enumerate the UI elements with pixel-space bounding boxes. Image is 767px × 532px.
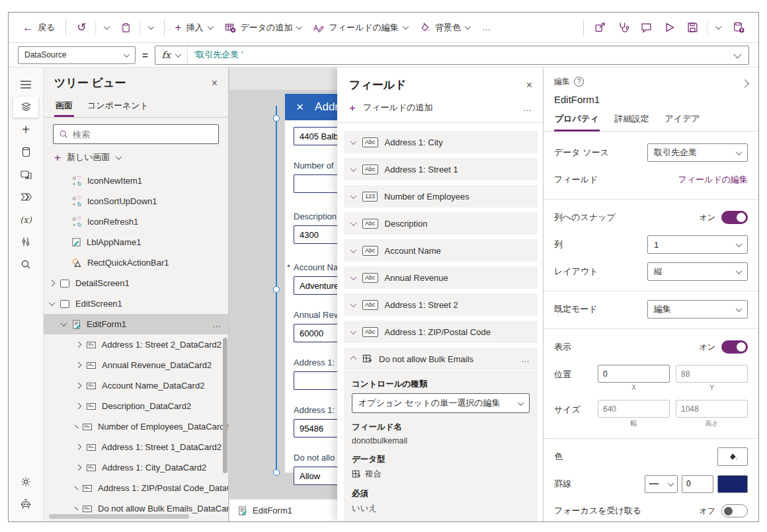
expand-panel-button[interactable] bbox=[742, 76, 748, 89]
tab-components[interactable]: コンポーネント bbox=[86, 97, 150, 117]
field-row[interactable]: Abc Address 1: Street 1 bbox=[344, 158, 538, 180]
control-type-dropdown[interactable]: オプション セットの単一選択の編集 bbox=[352, 393, 530, 413]
chevron-right-icon[interactable] bbox=[75, 486, 79, 490]
horizontal-scrollbar[interactable] bbox=[49, 514, 189, 519]
undo-menu-button[interactable] bbox=[100, 22, 114, 33]
paste-menu-button[interactable] bbox=[144, 22, 158, 33]
edit-fields-button[interactable]: A フィールドの編集 bbox=[309, 19, 413, 37]
tree-view-icon[interactable] bbox=[13, 96, 38, 118]
field-overflow-icon[interactable]: … bbox=[521, 354, 530, 364]
virtual-agent-icon[interactable] bbox=[13, 494, 38, 515]
fx-selector[interactable]: fx bbox=[155, 46, 188, 64]
layout-dropdown[interactable]: 縦 bbox=[647, 262, 748, 281]
hamburger-menu-icon[interactable] bbox=[13, 74, 38, 95]
media-icon[interactable] bbox=[13, 164, 38, 185]
preview-button[interactable] bbox=[659, 19, 680, 36]
chevron-up-icon[interactable] bbox=[350, 356, 357, 362]
item-overflow-icon[interactable]: … bbox=[212, 319, 222, 329]
chevron-down-icon[interactable] bbox=[350, 192, 357, 199]
tree-item[interactable]: DetailScreen1 bbox=[44, 273, 228, 293]
search-input[interactable] bbox=[73, 130, 213, 139]
close-icon[interactable]: × bbox=[526, 79, 532, 91]
tree-item[interactable]: Number of Employees_DataCard2 bbox=[44, 416, 228, 437]
field-row[interactable]: 123 Number of Employees bbox=[344, 185, 538, 208]
chevron-down-icon[interactable] bbox=[350, 274, 357, 280]
insert-button[interactable]: + 挿入 bbox=[171, 19, 218, 37]
close-icon[interactable]: × bbox=[296, 100, 303, 114]
selection-handle[interactable] bbox=[273, 286, 280, 293]
background-color-button[interactable]: 背景色 bbox=[415, 19, 475, 37]
chevron-right-icon[interactable] bbox=[75, 425, 79, 429]
tree-item[interactable]: LblAppName1 bbox=[44, 232, 228, 252]
position-y-input[interactable] bbox=[676, 365, 748, 383]
power-automate-icon[interactable] bbox=[13, 186, 38, 208]
selection-handle[interactable] bbox=[273, 115, 280, 122]
back-button[interactable]: ← 戻る bbox=[18, 19, 60, 37]
paste-button[interactable] bbox=[116, 19, 136, 36]
insert-icon[interactable]: + bbox=[13, 119, 38, 140]
chevron-right-icon[interactable] bbox=[75, 465, 82, 471]
new-screen-button[interactable]: + 新しい画面 bbox=[44, 145, 228, 169]
fields-overflow-icon[interactable]: … bbox=[523, 103, 532, 113]
close-icon[interactable]: × bbox=[212, 77, 218, 89]
fill-color-button[interactable] bbox=[717, 447, 748, 466]
default-mode-dropdown[interactable]: 編集 bbox=[647, 300, 748, 319]
save-menu-button[interactable] bbox=[711, 22, 725, 33]
undo-button[interactable]: ↺ bbox=[72, 17, 91, 38]
tree-item[interactable]: Annual Revenue_DataCard2 bbox=[44, 355, 228, 375]
add-field-button[interactable]: + フィールドの追加 … bbox=[337, 99, 544, 123]
columns-dropdown[interactable]: 1 bbox=[647, 235, 748, 254]
chevron-right-icon[interactable] bbox=[75, 362, 82, 369]
position-x-input[interactable] bbox=[598, 365, 670, 383]
help-icon[interactable]: ? bbox=[574, 77, 584, 87]
tab-properties[interactable]: プロパティ bbox=[554, 112, 600, 131]
chevron-right-icon[interactable] bbox=[75, 342, 81, 348]
vertical-scrollbar[interactable] bbox=[223, 338, 227, 473]
chevron-down-icon[interactable] bbox=[350, 247, 357, 253]
tree-item-selected[interactable]: EditForm1 … bbox=[44, 314, 228, 334]
tree-item[interactable]: RectQuickActionBar1 bbox=[44, 252, 228, 273]
chevron-right-icon[interactable] bbox=[75, 507, 79, 511]
tree-item[interactable]: Address 1: Street 1_DataCard2 bbox=[44, 437, 228, 457]
selection-handle[interactable] bbox=[273, 469, 280, 476]
tree-item[interactable]: Account Name_DataCard2 bbox=[44, 375, 228, 396]
chevron-down-icon[interactable] bbox=[350, 219, 357, 226]
border-color-swatch[interactable] bbox=[717, 475, 748, 493]
field-row-expanded[interactable]: Do not allow Bulk Emails … bbox=[344, 348, 538, 370]
chevron-right-icon[interactable] bbox=[49, 280, 56, 287]
border-width-input[interactable] bbox=[682, 475, 713, 493]
tree-search-box[interactable] bbox=[53, 124, 219, 144]
toolbar-overflow-button[interactable]: … bbox=[477, 19, 496, 36]
publish-button[interactable] bbox=[728, 19, 749, 36]
border-style-dropdown[interactable] bbox=[645, 475, 678, 493]
tab-ideas[interactable]: アイデア bbox=[665, 112, 701, 131]
tab-screens[interactable]: 画面 bbox=[54, 97, 74, 117]
chevron-down-icon[interactable] bbox=[350, 328, 357, 334]
chevron-down-icon[interactable] bbox=[61, 320, 67, 326]
status-control-name[interactable]: EditForm1 bbox=[253, 506, 292, 515]
chevron-right-icon[interactable] bbox=[75, 444, 81, 451]
tree-item[interactable]: Address 1: ZIP/Postal Code_DataCard bbox=[44, 478, 228, 498]
size-width-input[interactable] bbox=[598, 400, 670, 418]
search-icon[interactable] bbox=[13, 254, 38, 275]
chevron-down-icon[interactable] bbox=[350, 301, 357, 307]
chevron-down-icon[interactable] bbox=[49, 299, 56, 306]
edit-fields-link[interactable]: フィールドの編集 bbox=[678, 174, 748, 186]
tree-item[interactable]: ⊘♡+↻ IconRefresh1 bbox=[44, 211, 228, 232]
visible-toggle[interactable] bbox=[721, 340, 748, 354]
tree-item[interactable]: ⊘♡+↻ IconNewItem1 bbox=[44, 171, 228, 191]
advanced-tools-icon[interactable] bbox=[13, 231, 38, 252]
comments-button[interactable] bbox=[636, 19, 657, 36]
formula-input-box[interactable]: fx '取引先企業 ' bbox=[155, 46, 749, 65]
app-checker-button[interactable] bbox=[613, 19, 633, 36]
tree-item[interactable]: EditScreen1 bbox=[44, 293, 228, 314]
settings-gear-icon[interactable] bbox=[13, 471, 38, 492]
chevron-right-icon[interactable] bbox=[75, 383, 82, 389]
chevron-down-icon[interactable] bbox=[350, 138, 357, 145]
add-data-button[interactable]: データの追加 bbox=[220, 19, 307, 37]
formula-text[interactable]: '取引先企業 ' bbox=[188, 49, 727, 61]
field-row[interactable]: Abc Address 1: ZIP/Postal Code bbox=[344, 321, 538, 343]
field-row[interactable]: Abc Address 1: City bbox=[344, 131, 538, 153]
variables-icon[interactable]: (x) bbox=[13, 209, 38, 230]
chevron-down-icon[interactable] bbox=[350, 165, 357, 172]
